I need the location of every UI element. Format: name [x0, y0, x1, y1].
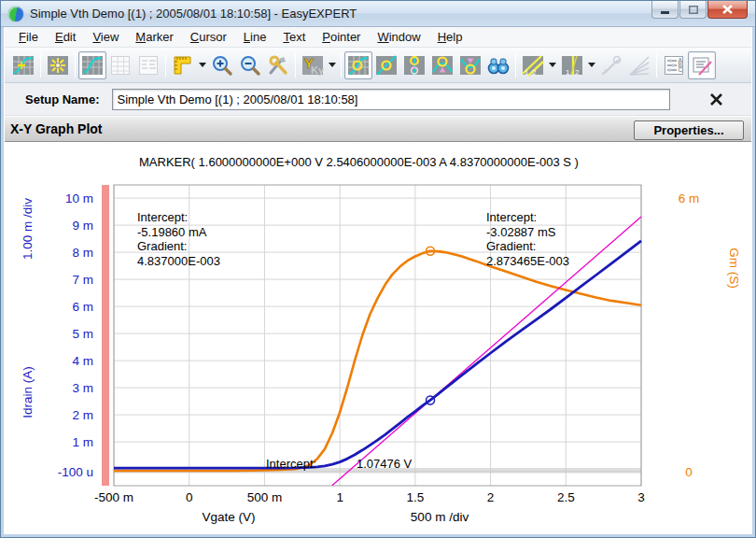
display-graph-button[interactable] — [78, 51, 106, 79]
y-left-tick: 2 m — [72, 408, 93, 422]
y-left-tick: 7 m — [72, 273, 93, 287]
panel-close-button[interactable] — [706, 89, 726, 109]
autoscale-button[interactable] — [44, 51, 72, 79]
y-left-tick: 8 m — [72, 246, 93, 260]
annotation-left[interactable]: 4.837000E-003 — [137, 254, 220, 268]
xy-chart[interactable]: MARKER( 1.6000000000E+000 V 2.5406000000… — [1, 143, 756, 538]
menu-help[interactable]: Help — [429, 27, 471, 47]
x-tick: 2 — [487, 490, 495, 504]
annotation-left[interactable]: -5.19860 mA — [137, 225, 207, 239]
zoom-in-button[interactable] — [208, 51, 236, 79]
toolbar: KyY 12 12 — [5, 48, 751, 83]
maximize-button[interactable] — [679, 1, 707, 19]
marker-skew-button[interactable] — [372, 51, 400, 79]
svg-text:1: 1 — [566, 67, 570, 76]
y-left-tick: 5 m — [72, 327, 93, 341]
menu-window[interactable]: Window — [369, 27, 428, 47]
annotation-x-intercept-label[interactable]: Intercept: — [266, 457, 316, 471]
graph-panel-title: X-Y Graph Plot — [10, 121, 103, 136]
x-tick: 0 — [186, 490, 193, 504]
window-title: Simple Vth Demo [(1) ; 2005/08/01 18:10:… — [30, 7, 357, 21]
annotation-right[interactable]: Intercept: — [486, 210, 537, 224]
annotation-right[interactable]: 2.873465E-003 — [486, 254, 569, 268]
y-left-tick: 6 m — [72, 300, 93, 314]
menu-pointer[interactable]: Pointer — [314, 27, 369, 47]
graph-tools-button[interactable] — [264, 51, 292, 79]
x-axis-label: Vgate (V) — [202, 510, 255, 524]
y-axis-select-button[interactable]: KyY — [299, 51, 327, 79]
y-left-axis-label: Idrain (A) — [21, 366, 35, 418]
zoom-out-button[interactable] — [236, 51, 264, 79]
svg-text:2: 2 — [532, 67, 537, 76]
title-bar: Simple Vth Demo [(1) ; 2005/08/01 18:10:… — [1, 1, 755, 27]
line-mode-1-dropdown[interactable] — [547, 51, 558, 79]
menu-edit[interactable]: Edit — [47, 27, 84, 47]
y-left-tick: 9 m — [72, 219, 93, 233]
annotation-button[interactable] — [688, 51, 716, 79]
menu-marker[interactable]: Marker — [127, 27, 181, 47]
annotation-left[interactable]: Gradient: — [137, 239, 187, 253]
y-left-tick: 10 m — [65, 191, 93, 205]
x-tick: -500 m — [94, 490, 133, 504]
minimize-button[interactable] — [651, 1, 679, 19]
y-right-axis-label: Gm (S) — [727, 248, 741, 289]
svg-text:C: C — [679, 66, 683, 73]
x-cursor-bar[interactable] — [102, 185, 109, 486]
menu-line[interactable]: Line — [235, 27, 275, 47]
x-tick: 500 m — [247, 490, 283, 504]
line-mode-2-dropdown[interactable] — [586, 51, 597, 79]
marker-on-button[interactable] — [344, 51, 372, 79]
annotation-right[interactable]: Gradient: — [486, 239, 536, 253]
x-tick: 2.5 — [557, 490, 575, 504]
annotation-right[interactable]: -3.02887 mS — [486, 225, 556, 239]
x-tick: 3 — [637, 490, 645, 504]
annotation-x-intercept-value[interactable]: 1.07476 V — [357, 457, 413, 471]
setup-name-row: Setup Name: — [5, 83, 751, 116]
menu-view[interactable]: View — [84, 27, 127, 47]
scale-settings-button[interactable] — [169, 51, 197, 79]
line-list-button[interactable]: ABC — [660, 51, 688, 79]
x-tick: 1.5 — [406, 490, 424, 504]
xy-graph-plot: MARKER( 1.6000000000E+000 V 2.5406000000… — [5, 143, 751, 533]
y-left-tick: 1 m — [72, 435, 93, 449]
y-left-div-label: 1.00 m /div — [21, 198, 35, 260]
display-parameters-button — [134, 51, 162, 79]
x-axis-div-label: 500 m /div — [411, 510, 469, 524]
menu-file[interactable]: File — [10, 27, 47, 47]
marker-minmax-button[interactable] — [400, 51, 428, 79]
display-graph-marker-button[interactable] — [9, 51, 37, 79]
scale-settings-dropdown[interactable] — [197, 51, 208, 79]
marker-search-min-button[interactable] — [456, 51, 484, 79]
menu-cursor[interactable]: Cursor — [182, 27, 235, 47]
svg-text:1: 1 — [525, 67, 529, 76]
marker-search-max-button[interactable] — [428, 51, 456, 79]
properties-button[interactable]: Properties... — [634, 120, 744, 140]
close-button[interactable] — [707, 1, 748, 19]
y-right-tick: 6 m — [679, 191, 700, 205]
annotation-left[interactable]: Intercept: — [137, 210, 188, 224]
graph-panel-header: X-Y Graph Plot Properties... — [5, 116, 751, 142]
line-mode-2-button[interactable]: 12 — [558, 51, 586, 79]
marker-readout: MARKER( 1.6000000000E+000 V 2.5406000000… — [139, 155, 579, 169]
setup-name-label: Setup Name: — [25, 92, 99, 106]
line-mode-1-button[interactable]: 12 — [519, 51, 547, 79]
display-list-button — [106, 51, 134, 79]
y-left-tick: 4 m — [72, 354, 93, 368]
series-Idrain — [114, 241, 641, 468]
x-tick: 1 — [336, 490, 343, 504]
tangent-lines-button — [625, 51, 653, 79]
app-icon — [8, 7, 23, 21]
svg-text:Y: Y — [304, 55, 314, 71]
regression-button — [597, 51, 625, 79]
y-axis-select-dropdown[interactable] — [327, 51, 338, 79]
close-icon — [709, 92, 723, 106]
setup-name-input[interactable] — [112, 89, 670, 110]
marker-search-button[interactable] — [484, 51, 512, 79]
y-left-tick: 3 m — [72, 381, 93, 395]
menu-bar: File Edit View Marker Cursor Line Text P… — [5, 27, 751, 48]
app-window: Simple Vth Demo [(1) ; 2005/08/01 18:10:… — [0, 0, 756, 538]
y-right-tick: 0 — [685, 465, 693, 479]
y-left-tick: -100 u — [58, 465, 93, 479]
menu-text[interactable]: Text — [274, 27, 314, 47]
svg-text:2: 2 — [575, 67, 580, 76]
